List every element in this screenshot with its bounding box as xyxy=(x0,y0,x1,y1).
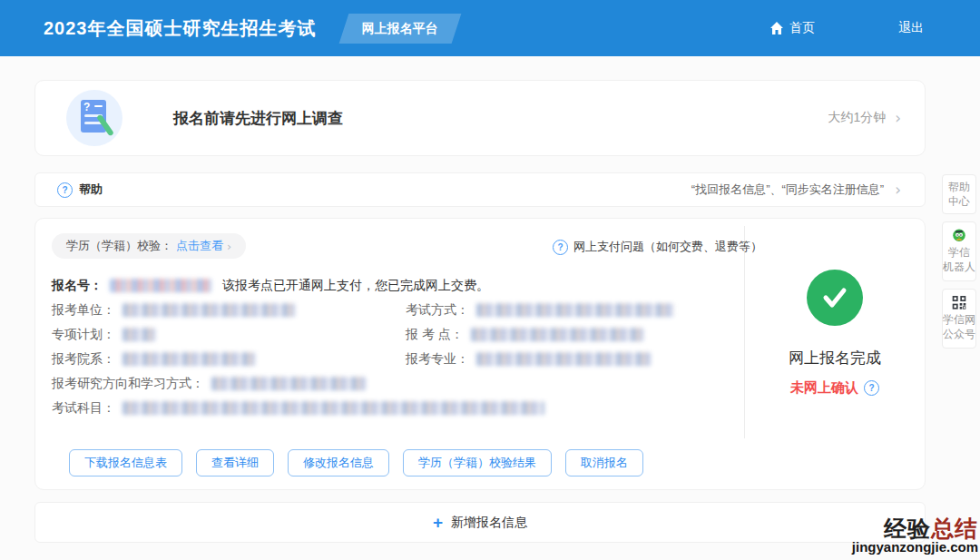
edit-registration-button[interactable]: 修改报名信息 xyxy=(288,449,389,476)
registration-form-area: 学历（学籍）校验： 点击查看 › ? 网上支付问题（如何交费、退费等） 报名号：… xyxy=(35,226,745,438)
redacted-value xyxy=(122,303,295,317)
home-label: 首页 xyxy=(789,20,815,36)
plus-icon: + xyxy=(433,514,443,531)
qr-code-icon xyxy=(949,296,969,309)
help-label: 帮助 xyxy=(79,182,103,198)
page-title: 2023年全国硕士研究生招生考试 xyxy=(44,16,317,41)
sidebar-chatbot[interactable]: 学信 机器人 xyxy=(942,221,976,281)
payment-question-link[interactable]: ? 网上支付问题（如何交费、退费等） xyxy=(553,239,762,255)
sidebar-help-center[interactable]: 帮助 中心 xyxy=(942,174,976,214)
field-row-subjects: 考试科目： xyxy=(52,396,737,420)
watermark-title: 经验总结 xyxy=(852,516,978,540)
survey-doc-icon: ? xyxy=(66,90,122,146)
redacted-value xyxy=(471,328,643,341)
status-done-text: 网上报名完成 xyxy=(789,348,881,368)
watermark-domain: jingyanzongjie.com xyxy=(852,540,978,555)
question-icon[interactable]: ? xyxy=(864,380,879,396)
field-row-unit-mode: 报考单位： 考试方式： xyxy=(52,298,737,322)
degree-verify-link[interactable]: 点击查看 xyxy=(176,238,223,254)
help-links[interactable]: “找回报名信息”、“同步实名注册信息” › xyxy=(691,181,901,199)
success-check-icon xyxy=(807,270,863,326)
chevron-right-icon: › xyxy=(895,181,901,199)
redacted-value xyxy=(122,401,544,415)
field-row-dept-major: 报考院系： 报考专业： xyxy=(52,347,737,371)
help-bar: ? 帮助 “找回报名信息”、“同步实名注册信息” › xyxy=(34,172,926,207)
registration-fields: 报名号： 该报考点已开通网上支付，您已完成网上交费。 报考单位： 考试方式： 专… xyxy=(52,273,737,420)
field-row-plan-point: 专项计划： 报 考 点： xyxy=(52,322,737,347)
degree-verify-pill: 学历（学籍）校验： 点击查看 › xyxy=(52,233,246,259)
redacted-value xyxy=(110,279,211,292)
field-row-regno: 报名号： 该报考点已开通网上支付，您已完成网上交费。 xyxy=(52,273,737,298)
robot-icon xyxy=(947,229,971,242)
download-form-button[interactable]: 下载报名信息表 xyxy=(69,449,182,476)
question-icon: ? xyxy=(553,240,568,255)
redacted-value xyxy=(476,303,674,317)
survey-title: 报名前请先进行网上调查 xyxy=(173,108,343,129)
redacted-value xyxy=(122,328,155,341)
header: 2023年全国硕士研究生招生考试 网上报名平台 首页 退出 xyxy=(0,0,980,56)
home-icon xyxy=(769,21,784,35)
chevron-right-icon: › xyxy=(895,109,901,127)
add-registration-bar[interactable]: + 新增报名信息 xyxy=(34,502,926,543)
survey-duration[interactable]: 大约1分钟 › xyxy=(828,109,901,127)
survey-card[interactable]: ? 报名前请先进行网上调查 大约1分钟 › xyxy=(34,80,926,156)
add-registration-label: 新增报名信息 xyxy=(451,515,527,531)
question-icon: ? xyxy=(57,182,73,198)
help-label-group[interactable]: ? 帮助 xyxy=(57,182,103,198)
payment-done-note: 该报考点已开通网上支付，您已完成网上交费。 xyxy=(222,278,489,294)
home-link[interactable]: 首页 xyxy=(769,20,815,36)
platform-badge: 网上报名平台 xyxy=(338,14,461,44)
field-row-direction: 报考研究方向和学习方式： xyxy=(52,371,737,396)
status-warning: 未网上确认 ? xyxy=(790,379,879,397)
registration-card: 学历（学籍）校验： 点击查看 › ? 网上支付问题（如何交费、退费等） 报名号：… xyxy=(34,218,926,490)
watermark: 经验总结 jingyanzongjie.com xyxy=(852,516,978,555)
sidebar-wechat-qr[interactable]: 学信网 公众号 xyxy=(942,289,976,349)
action-buttons: 下载报名信息表 查看详细 修改报名信息 学历（学籍）校验结果 取消报名 xyxy=(69,449,643,476)
cancel-registration-button[interactable]: 取消报名 xyxy=(565,449,643,476)
redacted-value xyxy=(211,377,366,390)
redacted-value xyxy=(476,352,651,366)
redacted-value xyxy=(122,352,255,366)
status-panel: 网上报名完成 未网上确认 ? xyxy=(745,219,925,438)
view-detail-button[interactable]: 查看详细 xyxy=(196,449,274,476)
chevron-right-icon: › xyxy=(227,240,231,253)
logout-link[interactable]: 退出 xyxy=(898,20,924,36)
header-nav: 首页 退出 xyxy=(769,20,924,36)
degree-verify-result-button[interactable]: 学历（学籍）校验结果 xyxy=(403,449,552,476)
